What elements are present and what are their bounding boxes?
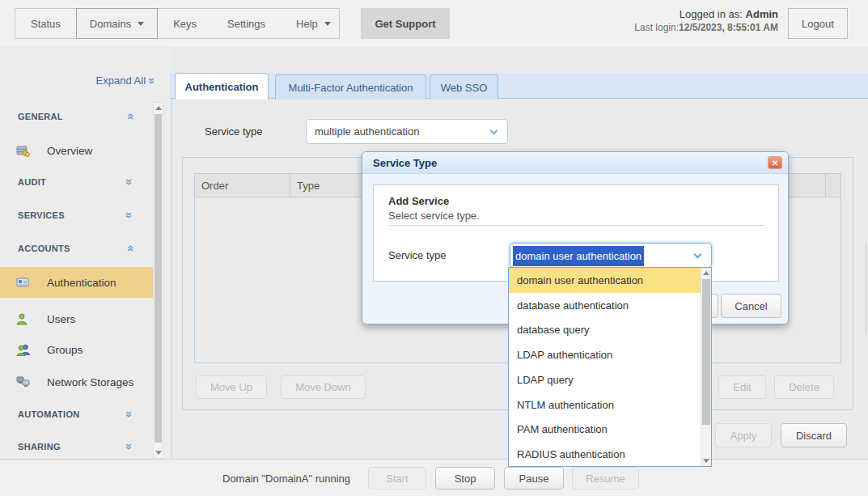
add-service-subtitle: Select service type. (388, 210, 480, 222)
domain-status-bar: Domain "DomainA" running (0, 459, 868, 496)
sidebar-section-general[interactable]: GENERAL » (0, 105, 152, 128)
resume-button[interactable]: Resume (572, 467, 639, 490)
nav-domains-label: Domains (90, 18, 131, 30)
tab-multi-factor-authentication[interactable]: Multi-Factor Authentication (275, 74, 426, 100)
stop-button[interactable]: Stop (435, 467, 495, 490)
last-login-value: 12/5/2023, 8:55:01 AM (679, 22, 778, 33)
sidebar-section-accounts[interactable]: ACCOUNTS » (0, 237, 152, 260)
option-pam-authentication[interactable]: PAM authentication (509, 418, 701, 443)
scroll-down-icon[interactable] (155, 451, 162, 455)
sidebar-section-automation[interactable]: AUTOMATION » (0, 403, 152, 426)
service-type-option-list: domain user authentication database auth… (508, 267, 712, 467)
scrollbar-thumb[interactable] (702, 279, 710, 425)
column-header-empty (826, 174, 840, 197)
scroll-up-icon[interactable] (703, 271, 709, 275)
sidebar-item-groups[interactable]: Groups (0, 335, 152, 364)
option-radius-authentication[interactable]: RADIUS authentication (509, 442, 701, 467)
expand-all-link[interactable]: Expand All » (96, 74, 155, 87)
discard-button[interactable]: Discard (781, 423, 847, 447)
domain-status-text: Domain "DomainA" running (222, 460, 350, 496)
caret-down-icon (324, 22, 331, 26)
sidebar-scrollbar[interactable] (153, 102, 163, 459)
logout-button[interactable]: Logout (788, 8, 848, 39)
nav-help-label: Help (296, 18, 318, 30)
dialog-service-type-label: Service type (388, 243, 447, 268)
last-login: Last login:12/5/2023, 8:55:01 AM (558, 21, 778, 35)
sidebar-section-audit[interactable]: AUDIT » (0, 171, 152, 193)
scroll-up-icon[interactable] (155, 106, 162, 110)
nav-status[interactable]: Status (15, 9, 76, 38)
sidebar: Expand All » GENERAL » Overview AUDIT » … (0, 47, 170, 459)
sidebar-item-overview[interactable]: Overview (0, 136, 152, 165)
login-info: Logged in as: Admin Last login:12/5/2023… (558, 7, 778, 35)
tab-web-sso[interactable]: Web SSO (430, 74, 498, 100)
tab-authentication[interactable]: Authentication (175, 73, 269, 100)
move-down-button[interactable]: Move Down (281, 375, 366, 399)
logged-in-as: Logged in as: Admin (558, 7, 778, 21)
nav-settings-label: Settings (227, 18, 265, 30)
option-ldap-query[interactable]: LDAP query (509, 367, 701, 392)
option-ntlm-authentication[interactable]: NTLM authentication (509, 392, 701, 418)
dialog-service-type-combobox[interactable]: domain user authentication (510, 243, 712, 268)
move-up-button[interactable]: Move Up (196, 375, 267, 399)
main-nav: Status Domains Keys Settings Help (15, 8, 340, 39)
delete-button[interactable]: Delete (774, 375, 834, 399)
caret-down-icon (138, 22, 144, 26)
sidebar-section-services[interactable]: SERVICES » (0, 204, 152, 227)
combobox-selected-text: domain user authentication (513, 246, 644, 266)
expand-icon: » (125, 443, 133, 450)
logged-in-user: Admin (746, 8, 778, 20)
top-bar: Status Domains Keys Settings Help Get Su… (0, 0, 868, 47)
double-chevron-down-icon: » (148, 77, 156, 83)
collapse-icon: » (125, 245, 133, 252)
apply-button[interactable]: Apply (715, 423, 772, 447)
divider (388, 225, 765, 226)
sidebar-section-sharing[interactable]: SHARING » (0, 435, 152, 458)
collapse-icon: » (125, 113, 133, 120)
groups-icon (16, 344, 31, 356)
option-ldap-authentication[interactable]: LDAP authentication (509, 342, 701, 367)
expand-icon: » (125, 411, 133, 418)
service-type-select[interactable]: multiple authentication (306, 119, 508, 144)
sidebar-item-users[interactable]: Users (0, 304, 152, 333)
user-icon (16, 313, 31, 325)
expand-icon: » (125, 179, 133, 185)
option-domain-user-authentication[interactable]: domain user authentication (509, 268, 701, 293)
content-left-border (171, 99, 172, 459)
cancel-button[interactable]: Cancel (721, 294, 781, 318)
scrollbar-thumb[interactable] (155, 114, 162, 443)
panel-edge-line (866, 244, 866, 333)
option-database-authentication[interactable]: database authentication (509, 293, 701, 318)
option-list-scrollbar[interactable] (701, 268, 711, 466)
start-button[interactable]: Start (368, 467, 426, 490)
sidebar-item-network-storages[interactable]: Network Storages (0, 367, 152, 396)
scroll-down-icon[interactable] (703, 459, 709, 463)
column-header-order: Order (195, 174, 290, 197)
nav-settings[interactable]: Settings (212, 9, 281, 38)
nav-help[interactable]: Help (281, 9, 346, 38)
expand-icon: » (125, 212, 133, 218)
edit-button[interactable]: Edit (718, 375, 766, 399)
overview-icon (16, 145, 31, 157)
nav-domains[interactable]: Domains (76, 8, 158, 39)
chevron-down-icon[interactable] (694, 251, 702, 259)
authentication-icon (16, 277, 31, 288)
service-type-value: multiple authentication (307, 120, 507, 143)
add-service-title: Add Service (388, 195, 449, 207)
service-type-label: Service type (205, 119, 263, 144)
network-storages-icon (16, 376, 31, 388)
nav-keys-label: Keys (173, 18, 197, 30)
sidebar-item-authentication[interactable]: Authentication (0, 267, 154, 298)
close-icon[interactable]: ✕ (768, 156, 782, 169)
get-support-button[interactable]: Get Support (361, 8, 450, 39)
app-window: Status Domains Keys Settings Help Get Su… (0, 0, 868, 496)
dialog-title: Service Type (362, 152, 788, 174)
option-database-query[interactable]: database query (509, 318, 701, 343)
nav-status-label: Status (31, 18, 61, 30)
pause-button[interactable]: Pause (504, 467, 564, 490)
nav-keys[interactable]: Keys (158, 9, 212, 38)
